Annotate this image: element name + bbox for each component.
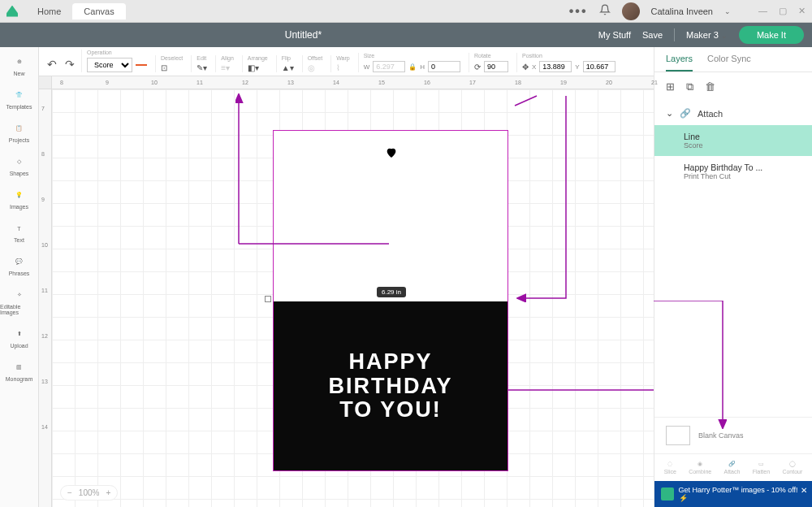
avatar[interactable]: [622, 2, 640, 20]
header-bar: Untitled* My Stuff Save Maker 3 ⌄ Make I…: [0, 23, 812, 47]
arrange-icon[interactable]: ◧▾: [248, 63, 259, 72]
warp-label: Warp: [336, 55, 349, 61]
ruler-corner: [39, 76, 52, 89]
zoom-value: 100%: [79, 488, 100, 497]
zoom-in-icon[interactable]: +: [106, 488, 110, 497]
op-flatten[interactable]: ▭Flatten: [753, 461, 770, 474]
attach-icon: 🔗: [680, 108, 691, 119]
user-menu-chevron-icon[interactable]: ⌄: [724, 7, 731, 15]
save-link[interactable]: Save: [642, 30, 663, 40]
deselect-icon[interactable]: ⊡: [161, 63, 167, 72]
redo-icon[interactable]: ↷: [65, 58, 75, 71]
op-attach[interactable]: 🔗Attach: [723, 461, 740, 474]
height-input[interactable]: [428, 61, 460, 72]
nav-upload[interactable]: ⬆Upload: [0, 323, 38, 353]
ruler-vertical: 7891011121314: [39, 89, 52, 507]
operation-label: Operation: [87, 50, 147, 55]
position-icon[interactable]: ✥: [522, 63, 529, 72]
duplicate-icon[interactable]: ⧉: [686, 80, 693, 93]
nav-images[interactable]: 💡Images: [0, 184, 38, 214]
username[interactable]: Catalina Inveen: [651, 6, 713, 16]
nav-new[interactable]: ⊕New: [0, 50, 38, 80]
flip-label: Flip: [282, 55, 294, 61]
nav-projects[interactable]: 📋Projects: [0, 117, 38, 147]
my-stuff-link[interactable]: My Stuff: [598, 30, 631, 40]
tab-layers[interactable]: Layers: [666, 47, 693, 72]
align-label: Align: [221, 55, 234, 61]
deselect-label: Deselect: [161, 55, 183, 61]
edit-label: Edit: [197, 55, 207, 61]
delete-icon[interactable]: 🗑: [705, 80, 715, 93]
title-bar: Home Canvas ••• Catalina Inveen ⌄ — ▢ ✕: [0, 0, 812, 23]
pos-y-input[interactable]: [583, 61, 615, 72]
rotate-label: Rotate: [474, 53, 508, 58]
collapse-icon[interactable]: ⌄: [666, 108, 673, 119]
promo-close-icon[interactable]: ✕: [801, 486, 807, 495]
selection-bounds[interactable]: [273, 130, 508, 471]
layer-happy-birthday[interactable]: Happy Birthday To ... Print Then Cut: [654, 156, 812, 187]
rotate-input[interactable]: [484, 61, 508, 72]
zoom-out-icon[interactable]: −: [67, 488, 72, 497]
nav-phrases[interactable]: 💬Phrases: [0, 250, 38, 280]
make-it-button[interactable]: Make It: [739, 26, 804, 44]
tab-home[interactable]: Home: [26, 3, 72, 20]
offset-icon[interactable]: ◎: [308, 63, 315, 72]
bell-icon[interactable]: [599, 4, 611, 19]
width-input[interactable]: [373, 61, 405, 72]
nav-editable-images[interactable]: ✧Editable Images: [0, 284, 38, 319]
offset-label: Offset: [308, 55, 323, 61]
ruler-horizontal: 89101112131415161718192021: [52, 76, 654, 89]
selection-handle[interactable]: [265, 296, 271, 302]
rotate-icon[interactable]: ⟳: [474, 63, 481, 72]
project-title[interactable]: Untitled*: [285, 29, 322, 41]
nav-templates[interactable]: 👕Templates: [0, 84, 38, 114]
promo-badge-icon: [661, 488, 674, 500]
size-label: Size: [364, 53, 460, 58]
op-combine[interactable]: ◉Combine: [689, 461, 711, 474]
machine-select[interactable]: Maker 3 ⌄: [686, 30, 728, 40]
edit-icon[interactable]: ✎▾: [197, 63, 207, 72]
layer-line[interactable]: Line Score: [654, 125, 812, 156]
maximize-icon[interactable]: ▢: [779, 6, 787, 16]
close-icon[interactable]: ✕: [798, 6, 806, 16]
warp-icon[interactable]: ⌇: [336, 63, 340, 72]
blank-canvas-row[interactable]: Blank Canvas: [654, 417, 812, 453]
left-sidebar: ⊕New 👕Templates 📋Projects ◇Shapes 💡Image…: [0, 47, 39, 507]
layers-panel: Layers Color Sync ⊞ ⧉ 🗑 ⌄ 🔗 Attach Line …: [654, 47, 812, 507]
position-label: Position: [522, 53, 615, 58]
size-indicator: 6.29 in: [377, 287, 406, 297]
attach-group-row[interactable]: ⌄ 🔗 Attach: [654, 102, 812, 125]
undo-icon[interactable]: ↶: [47, 58, 57, 71]
op-slice[interactable]: ◌Slice: [664, 461, 676, 474]
tab-canvas[interactable]: Canvas: [72, 3, 125, 20]
minimize-icon[interactable]: —: [758, 6, 767, 16]
more-menu-icon[interactable]: •••: [569, 4, 588, 19]
canvas-grid[interactable]: 6.29 in HAPPY BIRTHDAY TO YOU!: [52, 89, 654, 507]
canvas-swatch[interactable]: [666, 426, 690, 445]
align-icon[interactable]: ≡▾: [221, 63, 230, 72]
nav-monogram[interactable]: ▥Monogram: [0, 356, 38, 386]
nav-shapes[interactable]: ◇Shapes: [0, 150, 38, 180]
zoom-control[interactable]: − 100% +: [60, 485, 118, 500]
pos-x-input[interactable]: [539, 61, 572, 72]
group-icon[interactable]: ⊞: [666, 80, 675, 93]
promo-banner[interactable]: Get Harry Potter™ images - 10% off! ⚡ ✕: [654, 481, 812, 507]
arrange-label: Arrange: [248, 55, 268, 61]
tab-color-sync[interactable]: Color Sync: [707, 47, 751, 72]
op-contour[interactable]: ◯Contour: [782, 461, 802, 474]
toolbar: ↶ ↷ Operation Score Deselect⊡ Edit✎▾ Ali…: [39, 47, 654, 76]
nav-text[interactable]: TText: [0, 217, 38, 247]
score-line-icon: [136, 64, 147, 66]
operation-select[interactable]: Score: [87, 58, 132, 72]
flip-icon[interactable]: ▲▾: [282, 63, 294, 72]
divider: [674, 28, 675, 41]
lock-icon[interactable]: 🔒: [408, 63, 417, 71]
app-logo: [6, 6, 18, 17]
